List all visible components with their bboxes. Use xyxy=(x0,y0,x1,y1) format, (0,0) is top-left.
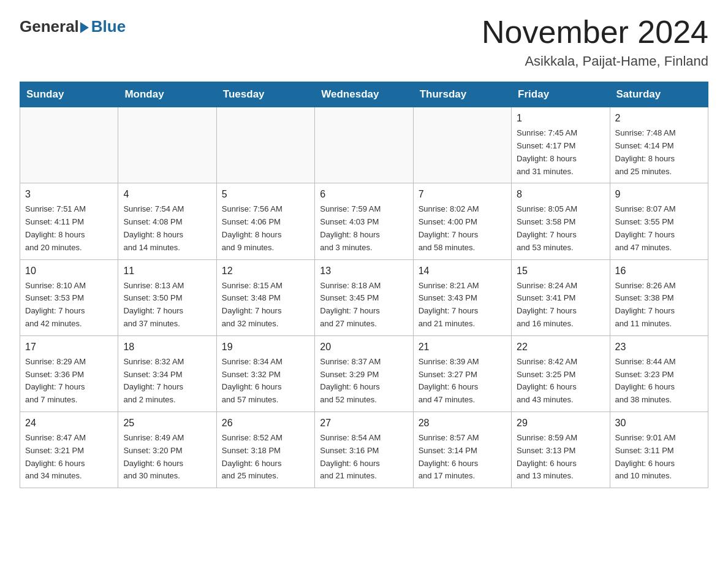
day-info: Sunrise: 8:47 AM Sunset: 3:21 PM Dayligh… xyxy=(25,432,113,483)
calendar-cell: 23Sunrise: 8:44 AM Sunset: 3:23 PM Dayli… xyxy=(610,335,708,412)
day-number: 1 xyxy=(517,111,604,126)
week-row-3: 10Sunrise: 8:10 AM Sunset: 3:53 PM Dayli… xyxy=(20,259,708,335)
day-info: Sunrise: 8:02 AM Sunset: 4:00 PM Dayligh… xyxy=(419,203,506,254)
day-number: 5 xyxy=(222,187,309,202)
calendar-cell: 2Sunrise: 7:48 AM Sunset: 4:14 PM Daylig… xyxy=(610,107,708,183)
header-day-wednesday: Wednesday xyxy=(315,82,413,107)
day-number: 17 xyxy=(25,340,113,354)
day-info: Sunrise: 8:13 AM Sunset: 3:50 PM Dayligh… xyxy=(123,280,211,331)
calendar-cell: 10Sunrise: 8:10 AM Sunset: 3:53 PM Dayli… xyxy=(20,259,118,335)
day-info: Sunrise: 8:44 AM Sunset: 3:23 PM Dayligh… xyxy=(615,356,703,407)
day-number: 14 xyxy=(419,264,506,278)
logo-blue-text: Blue xyxy=(91,17,126,36)
week-row-4: 17Sunrise: 8:29 AM Sunset: 3:36 PM Dayli… xyxy=(20,335,708,412)
calendar-cell xyxy=(118,107,216,183)
day-number: 29 xyxy=(517,416,604,431)
day-info: Sunrise: 8:54 AM Sunset: 3:16 PM Dayligh… xyxy=(320,432,408,483)
day-info: Sunrise: 8:34 AM Sunset: 3:32 PM Dayligh… xyxy=(222,356,309,407)
day-number: 22 xyxy=(517,340,604,354)
calendar-cell: 26Sunrise: 8:52 AM Sunset: 3:18 PM Dayli… xyxy=(216,412,314,488)
day-number: 9 xyxy=(615,187,703,202)
calendar-cell: 24Sunrise: 8:47 AM Sunset: 3:21 PM Dayli… xyxy=(20,412,118,488)
day-number: 4 xyxy=(123,187,211,202)
day-number: 11 xyxy=(123,264,211,278)
calendar-cell: 18Sunrise: 8:32 AM Sunset: 3:34 PM Dayli… xyxy=(118,335,216,412)
day-info: Sunrise: 8:39 AM Sunset: 3:27 PM Dayligh… xyxy=(419,356,506,407)
day-info: Sunrise: 8:42 AM Sunset: 3:25 PM Dayligh… xyxy=(517,356,604,407)
day-number: 20 xyxy=(320,340,408,354)
calendar-cell: 15Sunrise: 8:24 AM Sunset: 3:41 PM Dayli… xyxy=(512,259,610,335)
location-title: Asikkala, Paijat-Hame, Finland xyxy=(482,53,708,69)
logo-blue-part: Blue xyxy=(79,17,126,36)
day-number: 19 xyxy=(222,340,309,354)
day-info: Sunrise: 8:37 AM Sunset: 3:29 PM Dayligh… xyxy=(320,356,408,407)
calendar-cell: 19Sunrise: 8:34 AM Sunset: 3:32 PM Dayli… xyxy=(216,335,314,412)
day-info: Sunrise: 8:07 AM Sunset: 3:55 PM Dayligh… xyxy=(615,203,703,254)
calendar-cell: 29Sunrise: 8:59 AM Sunset: 3:13 PM Dayli… xyxy=(512,412,610,488)
calendar-cell: 3Sunrise: 7:51 AM Sunset: 4:11 PM Daylig… xyxy=(20,183,118,259)
day-number: 10 xyxy=(25,264,113,278)
day-info: Sunrise: 8:32 AM Sunset: 3:34 PM Dayligh… xyxy=(123,356,211,407)
calendar-cell: 7Sunrise: 8:02 AM Sunset: 4:00 PM Daylig… xyxy=(413,183,511,259)
day-info: Sunrise: 8:24 AM Sunset: 3:41 PM Dayligh… xyxy=(517,280,604,331)
day-info: Sunrise: 8:57 AM Sunset: 3:14 PM Dayligh… xyxy=(419,432,506,483)
calendar-cell: 22Sunrise: 8:42 AM Sunset: 3:25 PM Dayli… xyxy=(512,335,610,412)
day-info: Sunrise: 7:54 AM Sunset: 4:08 PM Dayligh… xyxy=(123,203,211,254)
calendar-cell: 1Sunrise: 7:45 AM Sunset: 4:17 PM Daylig… xyxy=(512,107,610,183)
day-number: 6 xyxy=(320,187,408,202)
header-day-monday: Monday xyxy=(118,82,216,107)
day-info: Sunrise: 7:51 AM Sunset: 4:11 PM Dayligh… xyxy=(25,203,113,254)
day-number: 2 xyxy=(615,111,703,126)
calendar-table: SundayMondayTuesdayWednesdayThursdayFrid… xyxy=(20,82,708,488)
logo: General Blue xyxy=(20,15,126,36)
calendar-cell: 16Sunrise: 8:26 AM Sunset: 3:38 PM Dayli… xyxy=(610,259,708,335)
day-number: 15 xyxy=(517,264,604,278)
day-number: 21 xyxy=(419,340,506,354)
logo-general-text: General xyxy=(20,17,79,36)
day-number: 13 xyxy=(320,264,408,278)
calendar-cell xyxy=(413,107,511,183)
day-number: 7 xyxy=(419,187,506,202)
day-info: Sunrise: 7:48 AM Sunset: 4:14 PM Dayligh… xyxy=(615,127,703,178)
day-number: 23 xyxy=(615,340,703,354)
header-day-sunday: Sunday xyxy=(20,82,118,107)
calendar-header-row: SundayMondayTuesdayWednesdayThursdayFrid… xyxy=(20,82,708,107)
header-day-saturday: Saturday xyxy=(610,82,708,107)
day-number: 8 xyxy=(517,187,604,202)
day-number: 26 xyxy=(222,416,309,431)
calendar-cell: 17Sunrise: 8:29 AM Sunset: 3:36 PM Dayli… xyxy=(20,335,118,412)
calendar-cell: 25Sunrise: 8:49 AM Sunset: 3:20 PM Dayli… xyxy=(118,412,216,488)
day-info: Sunrise: 8:49 AM Sunset: 3:20 PM Dayligh… xyxy=(123,432,211,483)
day-number: 27 xyxy=(320,416,408,431)
day-info: Sunrise: 8:18 AM Sunset: 3:45 PM Dayligh… xyxy=(320,280,408,331)
day-info: Sunrise: 8:21 AM Sunset: 3:43 PM Dayligh… xyxy=(419,280,506,331)
logo-arrow-icon xyxy=(80,22,89,33)
calendar-cell: 12Sunrise: 8:15 AM Sunset: 3:48 PM Dayli… xyxy=(216,259,314,335)
header-day-tuesday: Tuesday xyxy=(216,82,314,107)
day-info: Sunrise: 8:59 AM Sunset: 3:13 PM Dayligh… xyxy=(517,432,604,483)
calendar-cell: 13Sunrise: 8:18 AM Sunset: 3:45 PM Dayli… xyxy=(315,259,413,335)
day-info: Sunrise: 7:56 AM Sunset: 4:06 PM Dayligh… xyxy=(222,203,309,254)
day-info: Sunrise: 8:26 AM Sunset: 3:38 PM Dayligh… xyxy=(615,280,703,331)
calendar-cell: 14Sunrise: 8:21 AM Sunset: 3:43 PM Dayli… xyxy=(413,259,511,335)
calendar-cell: 27Sunrise: 8:54 AM Sunset: 3:16 PM Dayli… xyxy=(315,412,413,488)
day-number: 28 xyxy=(419,416,506,431)
page-header: General Blue November 2024 Asikkala, Pai… xyxy=(20,15,708,69)
calendar-cell xyxy=(216,107,314,183)
day-number: 24 xyxy=(25,416,113,431)
day-info: Sunrise: 7:45 AM Sunset: 4:17 PM Dayligh… xyxy=(517,127,604,178)
week-row-5: 24Sunrise: 8:47 AM Sunset: 3:21 PM Dayli… xyxy=(20,412,708,488)
calendar-cell: 30Sunrise: 9:01 AM Sunset: 3:11 PM Dayli… xyxy=(610,412,708,488)
calendar-cell: 20Sunrise: 8:37 AM Sunset: 3:29 PM Dayli… xyxy=(315,335,413,412)
day-info: Sunrise: 8:29 AM Sunset: 3:36 PM Dayligh… xyxy=(25,356,113,407)
month-title: November 2024 xyxy=(482,15,708,50)
day-number: 25 xyxy=(123,416,211,431)
day-info: Sunrise: 8:05 AM Sunset: 3:58 PM Dayligh… xyxy=(517,203,604,254)
calendar-cell xyxy=(20,107,118,183)
header-day-friday: Friday xyxy=(512,82,610,107)
day-number: 18 xyxy=(123,340,211,354)
day-info: Sunrise: 8:52 AM Sunset: 3:18 PM Dayligh… xyxy=(222,432,309,483)
day-info: Sunrise: 7:59 AM Sunset: 4:03 PM Dayligh… xyxy=(320,203,408,254)
calendar-cell: 21Sunrise: 8:39 AM Sunset: 3:27 PM Dayli… xyxy=(413,335,511,412)
calendar-cell: 28Sunrise: 8:57 AM Sunset: 3:14 PM Dayli… xyxy=(413,412,511,488)
